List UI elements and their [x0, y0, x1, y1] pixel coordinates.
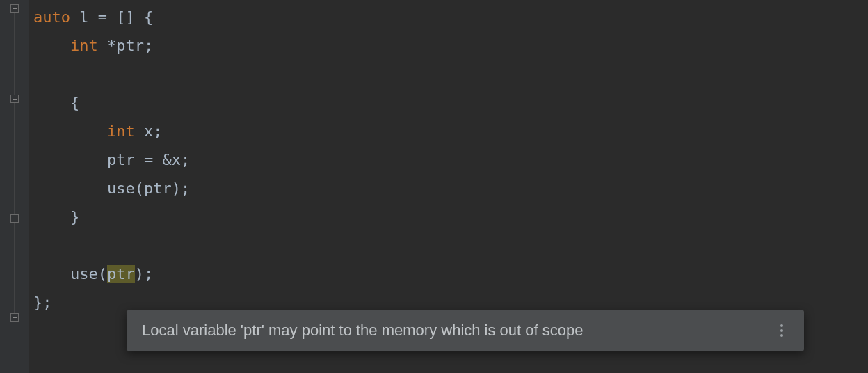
fold-end-icon[interactable]: [10, 313, 19, 322]
code-text: *ptr;: [98, 37, 153, 54]
code-text: l = [] {: [70, 8, 153, 26]
warning-highlight[interactable]: ptr: [107, 265, 135, 283]
keyword: auto: [33, 8, 70, 26]
fold-end-icon[interactable]: [10, 214, 19, 223]
keyword: int: [70, 37, 98, 54]
fold-icon[interactable]: [10, 4, 19, 13]
code-text: };: [33, 294, 52, 311]
code-line[interactable]: auto l = [] {: [29, 3, 868, 31]
code-line[interactable]: int x;: [29, 117, 868, 145]
code-area[interactable]: auto l = [] { int *ptr; { int x; ptr = &…: [29, 0, 868, 373]
keyword: int: [107, 122, 135, 140]
code-text: }: [70, 208, 79, 225]
code-line[interactable]: [29, 231, 868, 260]
code-line[interactable]: {: [29, 88, 868, 117]
code-line[interactable]: }: [29, 203, 868, 231]
code-text: use(ptr);: [107, 180, 190, 197]
code-text: {: [70, 94, 79, 111]
code-line[interactable]: ptr = &x;: [29, 145, 868, 174]
code-text: use(: [33, 265, 107, 283]
inspection-tooltip: Local variable 'ptr' may point to the me…: [127, 310, 804, 351]
code-editor[interactable]: auto l = [] { int *ptr; { int x; ptr = &…: [0, 0, 868, 373]
code-line[interactable]: [29, 60, 868, 88]
code-text: x;: [135, 122, 163, 140]
code-line[interactable]: use(ptr);: [29, 174, 868, 203]
gutter-line: [15, 103, 15, 214]
gutter-line: [15, 223, 15, 313]
code-line[interactable]: use(ptr);: [29, 260, 868, 288]
fold-icon[interactable]: [10, 95, 19, 103]
more-actions-icon[interactable]: [775, 324, 789, 337]
tooltip-message: Local variable 'ptr' may point to the me…: [142, 322, 761, 340]
gutter: [0, 0, 29, 373]
code-text: );: [135, 265, 154, 283]
code-text: ptr = &x;: [107, 151, 190, 168]
gutter-line: [15, 13, 15, 95]
code-line[interactable]: int *ptr;: [29, 31, 868, 60]
